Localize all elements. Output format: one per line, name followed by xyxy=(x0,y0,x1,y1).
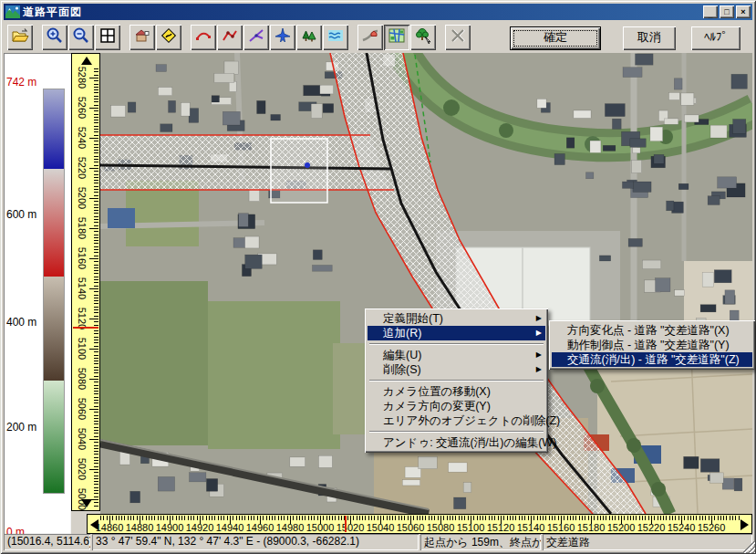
viewpoint-button[interactable] xyxy=(129,25,155,50)
vertical-ruler-label: 5220 xyxy=(77,152,88,183)
route-marker-button[interactable] xyxy=(357,25,383,50)
ruler-scroll-down-arrow[interactable] xyxy=(81,499,92,507)
map-view-button[interactable] xyxy=(384,25,409,50)
status-bar: (15016.4, 5114.6)33 ° 47' 59.4" N, 132 °… xyxy=(4,534,752,550)
delete-region-button xyxy=(445,25,471,50)
confirm-button[interactable]: 確定 xyxy=(510,26,601,50)
edit-point-marker xyxy=(305,162,310,168)
status-panel-cursor-coordinates: (15016.4, 5114.6) xyxy=(4,534,90,550)
open-file-button[interactable] xyxy=(7,25,33,50)
ruler-scroll-right-arrow[interactable] xyxy=(740,519,749,530)
app-icon xyxy=(5,5,20,18)
menu-item-add-traffic-flow[interactable]: 交通流(消/出) - 道路 "交差道路"(Z) xyxy=(552,352,752,367)
zoom-in-button[interactable] xyxy=(42,25,67,50)
route-marker-icon xyxy=(361,26,379,48)
vertical-ruler-label: 5080 xyxy=(77,363,88,394)
polyline-red-button[interactable] xyxy=(191,25,216,50)
viewpoint-icon xyxy=(133,26,151,48)
window-title: 道路平面図 xyxy=(23,5,701,20)
vertical-ruler-label: 5100 xyxy=(77,333,88,364)
tree-edit-button[interactable] xyxy=(410,25,436,50)
forest-icon xyxy=(300,26,318,48)
context-submenu: 方向変化点 - 道路 "交差道路"(X)動作制御点 - 道路 "交差道路"(Y)… xyxy=(549,320,755,370)
minimize-button[interactable]: _ xyxy=(703,5,718,18)
water-icon xyxy=(326,26,345,48)
selection-box xyxy=(271,139,327,203)
resize-grip[interactable] xyxy=(743,541,755,553)
forest-button[interactable] xyxy=(296,25,322,50)
polyline-red-icon xyxy=(194,26,212,48)
airplane-button[interactable] xyxy=(270,25,295,50)
branch-junction-button[interactable] xyxy=(243,25,269,50)
branch-road-hatch xyxy=(100,135,390,190)
map-view-icon xyxy=(388,26,406,48)
submenu-arrow-icon: ▶ xyxy=(536,348,542,362)
title-bar: 道路平面図 _ □ × xyxy=(4,4,752,20)
menu-item-edit[interactable]: 編集(U)▶ xyxy=(368,348,545,362)
open-file-icon xyxy=(11,26,29,48)
polyline-nodes-icon xyxy=(221,26,239,48)
menu-separator xyxy=(369,343,544,345)
elevation-label: 400 m xyxy=(6,316,36,329)
menu-item-add[interactable]: 追加(R)▶ xyxy=(368,326,545,340)
menu-item-delete[interactable]: 削除(S)▶ xyxy=(368,362,545,377)
polyline-nodes-button[interactable] xyxy=(217,25,243,50)
cursor-y-indicator xyxy=(73,327,98,329)
vertical-ruler-label: 5060 xyxy=(77,393,88,424)
zoom-out-button[interactable] xyxy=(68,25,94,50)
branch-junction-icon xyxy=(247,26,265,48)
menu-item-move-camera-position[interactable]: カメラ位置の移動(X) xyxy=(368,384,545,399)
elevation-label: 742 m xyxy=(6,76,36,89)
water-button[interactable] xyxy=(323,25,348,50)
vertical-ruler-label: 5260 xyxy=(77,92,88,123)
vertical-ruler: 5280526052405220520051805160514051205100… xyxy=(71,53,100,511)
cursor-x-indicator xyxy=(345,516,347,532)
menu-separator xyxy=(369,380,544,382)
vertical-ruler-label: 5240 xyxy=(77,122,88,153)
menu-separator xyxy=(369,431,544,433)
help-button[interactable]: ﾍﾙﾌﾟ xyxy=(691,26,740,50)
vertical-ruler-label: 5200 xyxy=(77,183,88,214)
menu-item-add-motion-control-point[interactable]: 動作制御点 - 道路 "交差道路"(Y) xyxy=(552,338,752,352)
status-panel-distance-info: 起点から 159m、終点から 350m xyxy=(420,534,541,550)
horizontal-ruler-label: 15260 xyxy=(693,522,730,533)
vertical-ruler-label: 5020 xyxy=(77,454,88,485)
ruler-scroll-up-arrow[interactable] xyxy=(81,57,92,65)
vertical-ruler-label: 5140 xyxy=(77,273,88,304)
vertical-ruler-label: 5280 xyxy=(77,62,88,93)
elevation-legend: 742 m600 m400 m200 m0 m xyxy=(4,53,71,534)
zoom-out-icon xyxy=(72,26,90,48)
submenu-arrow-icon: ▶ xyxy=(536,311,542,326)
airplane-icon xyxy=(274,26,292,48)
vertical-ruler-label: 5120 xyxy=(77,303,88,334)
horizontal-ruler: 1486014880149001492014940149601498015000… xyxy=(87,514,752,534)
vertical-ruler-label: 5180 xyxy=(77,213,88,244)
vertical-ruler-label: 5040 xyxy=(77,423,88,455)
status-panel-geo-coordinates: 33 ° 47' 59.4" N, 132 ° 47' 4.3" E - (89… xyxy=(92,534,419,550)
tree-edit-icon xyxy=(414,26,432,48)
menu-item-add-direction-change-point[interactable]: 方向変化点 - 道路 "交差道路"(X) xyxy=(552,323,752,338)
status-panel-selected-road: 交差道路 xyxy=(543,534,752,550)
road-sign-icon xyxy=(160,26,178,48)
cancel-button[interactable]: 取消 xyxy=(623,26,676,50)
menu-item-undo-traffic-flow-edit[interactable]: アンドゥ: 交通流(消/出)の編集(W) xyxy=(368,435,545,450)
close-button[interactable]: × xyxy=(736,5,751,18)
submenu-arrow-icon: ▶ xyxy=(536,362,542,377)
vertical-ruler-label: 5160 xyxy=(77,243,88,274)
menu-item-change-camera-direction[interactable]: カメラ方向の変更(Y) xyxy=(368,399,545,413)
toolbar-icon-buttons xyxy=(7,25,471,50)
zoom-in-icon xyxy=(46,26,64,48)
maximize-button[interactable]: □ xyxy=(720,5,734,18)
context-menu: 定義開始(T)▶追加(R)▶編集(U)▶削除(S)▶カメラ位置の移動(X)カメラ… xyxy=(365,308,548,453)
elevation-label: 200 m xyxy=(6,421,36,434)
split-view-icon xyxy=(98,26,117,48)
elevation-label: 600 m xyxy=(6,208,36,221)
split-view-button[interactable] xyxy=(95,25,120,50)
road-sign-button[interactable] xyxy=(156,25,181,50)
submenu-arrow-icon: ▶ xyxy=(536,326,542,340)
menu-item-define-start[interactable]: 定義開始(T)▶ xyxy=(368,311,545,326)
menu-item-delete-objects-outside-area[interactable]: エリア外のオブジェクトの削除(Z) xyxy=(368,413,545,428)
ruler-scroll-left-arrow[interactable] xyxy=(90,519,98,530)
delete-region-icon xyxy=(449,26,467,48)
app-window: 道路平面図 _ □ × 確定 取消 ﾍﾙﾌﾟ 742 m600 m400 m20… xyxy=(0,0,756,554)
